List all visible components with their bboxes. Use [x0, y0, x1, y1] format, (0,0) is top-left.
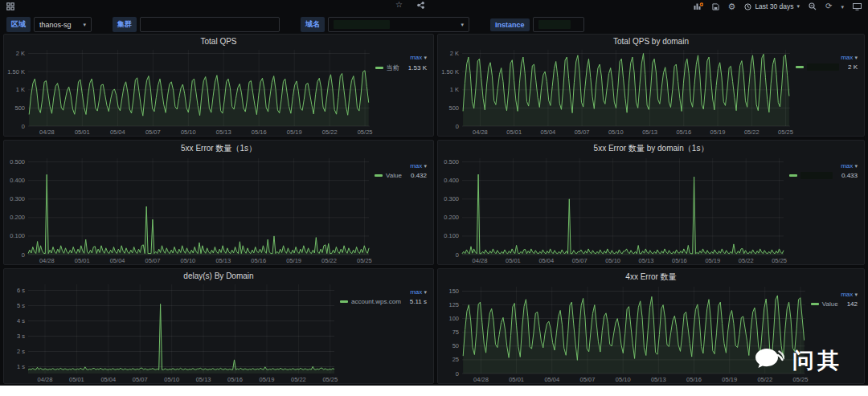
legend-row: Value 0.432 — [375, 172, 427, 179]
panel-total-qps: Total QPS 2 K1.50 K1 K500004/2805/0105/0… — [3, 34, 434, 137]
svg-text:05/16: 05/16 — [686, 376, 702, 383]
panel-title[interactable]: Total QPS — [4, 35, 433, 46]
filter-region-label: 区域 — [6, 17, 31, 32]
svg-text:125: 125 — [448, 301, 459, 308]
series-color-swatch — [796, 66, 804, 68]
panel-title[interactable]: 4xx Error 数量 — [438, 269, 864, 283]
save-dashboard-icon[interactable] — [712, 3, 719, 10]
filter-instance: Instance — [490, 17, 584, 32]
svg-text:0.100: 0.100 — [444, 232, 459, 239]
svg-text:05/10: 05/10 — [181, 257, 196, 264]
series-color-swatch — [375, 67, 383, 69]
chart-delay-by-domain[interactable]: 6 s5 s4 s3 s2 s1 s04/2805/0105/0405/0705… — [4, 280, 338, 383]
apps-grid-icon[interactable] — [6, 2, 14, 10]
legend-series-label[interactable]: Value — [386, 172, 402, 179]
redacted-value — [538, 20, 571, 29]
legend-series-label[interactable]: Value — [822, 300, 838, 308]
legend-row: account.wps.com 5.11 s — [340, 298, 427, 305]
svg-text:0.500: 0.500 — [10, 158, 25, 165]
svg-text:0.400: 0.400 — [444, 177, 459, 184]
svg-text:05/16: 05/16 — [251, 257, 266, 264]
svg-text:05/10: 05/10 — [608, 129, 624, 136]
svg-text:05/16: 05/16 — [676, 129, 691, 136]
svg-text:0.400: 0.400 — [10, 177, 25, 184]
share-icon[interactable] — [417, 1, 424, 9]
svg-text:05/07: 05/07 — [580, 376, 596, 383]
filter-instance-select[interactable] — [533, 17, 584, 32]
dashboard-grid: Total QPS 2 K1.50 K1 K500004/2805/0105/0… — [3, 34, 865, 384]
svg-text:05/13: 05/13 — [642, 129, 657, 136]
add-panel-icon[interactable] — [694, 2, 703, 10]
chevron-down-icon: ▾ — [854, 163, 858, 169]
zoom-out-icon[interactable] — [809, 2, 817, 10]
refresh-icon[interactable]: ⟳ — [825, 2, 832, 10]
legend-sort-max[interactable]: max ▾ — [841, 162, 858, 169]
legend-sort-max[interactable]: max ▾ — [410, 54, 427, 61]
chart-5xx-error[interactable]: 0.5000.4000.3000.2000.100004/2805/0105/0… — [4, 154, 373, 264]
svg-text:3 s: 3 s — [17, 333, 25, 340]
filter-domain-select[interactable]: ▾ — [328, 17, 469, 32]
legend-row: 2 K — [796, 63, 858, 71]
svg-text:05/13: 05/13 — [639, 257, 654, 264]
legend-sort-max[interactable]: max ▾ — [410, 288, 427, 296]
panel-title[interactable]: delay(s) By Domain — [4, 269, 433, 280]
svg-text:05/04: 05/04 — [110, 257, 125, 264]
svg-text:05/22: 05/22 — [291, 376, 306, 383]
legend-sort-max[interactable]: max ▾ — [410, 162, 427, 169]
filter-region-select[interactable]: thanos-sg ▾ — [34, 17, 92, 32]
svg-text:05/10: 05/10 — [181, 129, 196, 136]
panel-delay-by-domain: delay(s) By Domain 6 s5 s4 s3 s2 s1 s04/… — [3, 268, 434, 384]
svg-text:04/28: 04/28 — [473, 376, 489, 383]
panel-title[interactable]: 5xx Error 数量 by domain（1s） — [438, 141, 864, 154]
svg-text:2 K: 2 K — [450, 50, 459, 57]
refresh-interval-dropdown-icon[interactable]: ▾ — [841, 4, 844, 10]
svg-text:0.500: 0.500 — [444, 158, 459, 165]
svg-text:05/19: 05/19 — [286, 257, 301, 264]
chevron-down-icon: ▾ — [797, 3, 800, 10]
svg-text:50: 50 — [452, 342, 459, 349]
svg-text:04/28: 04/28 — [38, 376, 53, 383]
svg-text:05/25: 05/25 — [357, 257, 372, 264]
svg-text:5 s: 5 s — [17, 302, 25, 309]
clock-icon — [744, 3, 751, 10]
chevron-down-icon: ▾ — [854, 55, 858, 60]
svg-text:05/01: 05/01 — [509, 376, 524, 383]
chart-total-qps-by-domain[interactable]: 2 K1.50 K1 K500004/2805/0105/0405/0705/1… — [438, 46, 794, 136]
legend: max ▾ Value 0.432 — [373, 154, 433, 264]
panel-total-qps-by-domain: Total QPS by domain 2 K1.50 K1 K500004/2… — [437, 34, 865, 137]
legend-series-label-redacted — [800, 172, 833, 179]
legend-sort-max[interactable]: max ▾ — [841, 291, 858, 298]
svg-text:05/22: 05/22 — [744, 129, 760, 136]
svg-text:2 K: 2 K — [16, 50, 25, 57]
legend-series-label[interactable]: account.wps.com — [351, 298, 401, 305]
legend-sort-max[interactable]: max ▾ — [841, 54, 858, 61]
svg-text:05/25: 05/25 — [778, 129, 793, 136]
filter-cluster-input[interactable] — [140, 17, 280, 32]
time-range-picker[interactable]: Last 30 days ▾ — [744, 2, 800, 10]
legend-series-label[interactable]: 当前 — [387, 63, 399, 72]
svg-text:0: 0 — [456, 251, 459, 259]
svg-text:0: 0 — [456, 123, 459, 130]
cycle-view-icon[interactable] — [853, 3, 862, 10]
svg-text:05/07: 05/07 — [145, 129, 161, 136]
svg-text:05/25: 05/25 — [772, 257, 787, 264]
panel-title[interactable]: 5xx Error 数量（1s） — [4, 141, 433, 154]
chart-total-qps[interactable]: 2 K1.50 K1 K500004/2805/0105/0405/0705/1… — [4, 46, 374, 136]
svg-text:05/13: 05/13 — [651, 376, 666, 383]
chart-5xx-error-by-domain[interactable]: 0.5000.4000.3000.2000.100004/2805/0105/0… — [438, 154, 788, 264]
panel-5xx-error-by-domain: 5xx Error 数量 by domain（1s） 0.5000.4000.3… — [437, 140, 865, 265]
panel-5xx-error: 5xx Error 数量（1s） 0.5000.4000.3000.2000.1… — [3, 140, 434, 265]
legend-row: 0.433 — [789, 172, 858, 179]
svg-text:05/04: 05/04 — [541, 129, 556, 136]
svg-text:75: 75 — [452, 329, 459, 336]
svg-text:05/01: 05/01 — [506, 129, 522, 136]
svg-text:05/07: 05/07 — [133, 376, 148, 383]
svg-text:05/19: 05/19 — [705, 257, 720, 264]
svg-text:05/22: 05/22 — [321, 257, 337, 264]
chevron-down-icon: ▾ — [424, 55, 427, 60]
svg-text:05/16: 05/16 — [252, 129, 267, 136]
star-icon[interactable]: ☆ — [395, 1, 403, 9]
dashboard-settings-icon[interactable]: ⚙ — [728, 2, 736, 11]
legend-max-value: 0.433 — [841, 172, 858, 179]
panel-title[interactable]: Total QPS by domain — [438, 35, 864, 46]
